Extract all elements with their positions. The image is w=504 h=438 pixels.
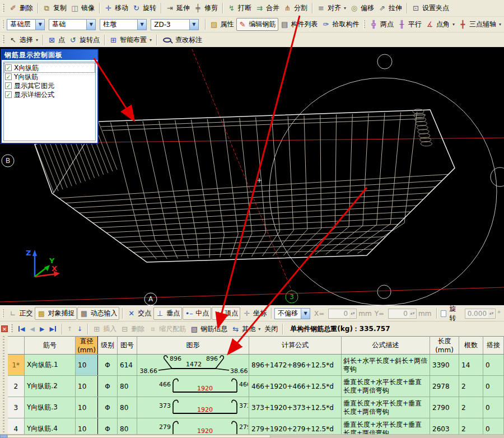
toolbar-grip[interactable]	[2, 20, 4, 29]
checkbox-icon[interactable]: ✓	[5, 82, 12, 89]
rotate-checkbox[interactable]	[441, 310, 446, 317]
button-parallel[interactable]: ╫平行	[396, 18, 423, 30]
cell-lap[interactable]: 0	[483, 355, 504, 376]
cell-figure-number[interactable]: 80	[118, 397, 137, 418]
cell-formula-description[interactable]: 斜长+水平长度+斜长+两倍弯钩	[342, 355, 430, 376]
row-header[interactable]: 4	[8, 418, 25, 435]
cell-formula-description[interactable]: 垂直长度+水平长度+垂直长度+两倍弯钩	[342, 397, 430, 418]
cell-rebar-name[interactable]: Y向纵筋.3	[25, 397, 76, 418]
cell-grade[interactable]: Φ	[98, 355, 118, 376]
nav-next-button[interactable]: ▶	[38, 325, 46, 333]
cell-length[interactable]: 2790	[430, 397, 459, 418]
cell-formula[interactable]: 466+1920+466+12.5*d	[249, 376, 342, 397]
panel-title[interactable]: 钢筋显示控制面板	[2, 50, 97, 60]
cell-formula[interactable]: 279+1920+279+12.5*d	[249, 418, 342, 435]
button-gripset[interactable]: ⊡设置夹点	[410, 2, 451, 14]
combo-arrow-icon[interactable]: ▼	[137, 20, 146, 30]
toolbar-grip[interactable]	[2, 4, 4, 13]
combo-arrow-icon[interactable]: ▼	[35, 20, 44, 30]
cell-length[interactable]: 2603	[430, 418, 459, 435]
floor-combo[interactable]: 基础层▼	[7, 19, 45, 30]
toolbar-grip[interactable]	[11, 324, 13, 333]
cell-count[interactable]: 2	[459, 397, 483, 418]
nav-last-button[interactable]: ▶	[47, 325, 58, 333]
panel-item[interactable]: ✓显示详细公式	[4, 90, 95, 99]
button-info[interactable]: ▧钢筋信息	[188, 323, 229, 335]
panel-item[interactable]: ✓Y向纵筋	[4, 72, 95, 81]
category-combo[interactable]: 基础▼	[49, 19, 96, 30]
cell-lap[interactable]: 0	[483, 397, 504, 418]
element-combo[interactable]: ZD-3▼	[151, 19, 199, 30]
panel-item[interactable]: ✓X向纵筋	[4, 63, 95, 72]
cell-rebar-name[interactable]: Y向纵筋.2	[25, 376, 76, 397]
column-header[interactable]: 图号	[118, 337, 137, 355]
cell-formula-description[interactable]: 垂直长度+水平长度+垂直长度+两倍弯钩	[342, 376, 430, 397]
row-header[interactable]: 2	[8, 376, 25, 397]
x-coordinate-input[interactable]: 0▲▼	[328, 309, 357, 319]
cell-formula[interactable]: 896+1472+896+12.5*d	[249, 355, 342, 376]
button-osnap[interactable]: ▩对象捕捉	[35, 307, 77, 320]
cell-figure-number[interactable]: 80	[118, 376, 137, 397]
button-del2[interactable]: ⊟删除	[119, 323, 146, 335]
nav-prev-button[interactable]: ◀	[27, 325, 36, 333]
column-header[interactable]: 长度(mm)	[430, 337, 459, 355]
cell-count[interactable]: 2	[459, 418, 483, 435]
cell-rebar-name[interactable]: X向纵筋.1	[25, 355, 76, 376]
button-stretch[interactable]: ⇗拉伸	[376, 2, 404, 14]
button-offset[interactable]: ◎偏移	[348, 2, 376, 14]
cell-grade[interactable]: Φ	[98, 397, 118, 418]
button-split[interactable]: ⋔分割	[282, 2, 309, 14]
button-align[interactable]: ≡对齐▾	[315, 2, 348, 14]
button-move[interactable]: ✛移动	[102, 2, 130, 14]
table-row[interactable]: 1*X向纵筋.110Φ61438.6638.668968961472896+14…	[8, 355, 504, 376]
table-row[interactable]: 2Y向纵筋.210Φ804664661920466+1920+466+12.5*…	[8, 376, 504, 397]
toolbar-grip[interactable]	[2, 309, 4, 318]
toolbar-grip[interactable]	[363, 20, 365, 29]
button-dyn[interactable]: ▦动态输入	[77, 307, 119, 320]
button-props[interactable]: ▨属性	[208, 18, 236, 30]
button-picker[interactable]: ✑拾取构件	[320, 18, 361, 30]
button-break[interactable]: ↯打断	[226, 2, 253, 14]
column-header[interactable]: 公式描述	[342, 337, 430, 355]
cell-length[interactable]: 3390	[430, 355, 459, 376]
button-list[interactable]: ▤构件列表	[279, 18, 320, 30]
cell-shape-diagram[interactable]: 2792791920	[137, 418, 249, 435]
button-rotpoint[interactable]: ↺旋转点	[67, 34, 101, 46]
table-row[interactable]: 4Y向纵筋.410Φ802792791920279+1920+279+12.5*…	[8, 418, 504, 435]
button-ortho[interactable]: ∟正交	[7, 307, 34, 319]
button-copy[interactable]: ⧉复制	[41, 2, 68, 14]
rotate-angle-input[interactable]: 0.000▲▼	[465, 309, 496, 319]
column-header[interactable]: 计算公式	[249, 337, 342, 355]
cell-diameter[interactable]: 10	[76, 397, 98, 418]
button-axis3[interactable]: ╋三点辅轴▾	[457, 18, 503, 30]
cell-count[interactable]: 2	[459, 376, 483, 397]
row-up-button[interactable]: ↑	[65, 325, 74, 333]
spinner-icon[interactable]: ▲▼	[409, 310, 416, 318]
cell-count[interactable]: 14	[459, 355, 483, 376]
combo-arrow-icon[interactable]: ▼	[189, 20, 198, 30]
combo-arrow-icon[interactable]: ▼	[86, 20, 95, 30]
button-rotate[interactable]: ↻旋转	[130, 2, 158, 14]
offset-combo[interactable]: 不偏移▼	[274, 308, 310, 319]
button-trim[interactable]: ╪修剪	[192, 2, 220, 14]
button-vert[interactable]: ⌂顶点	[212, 307, 240, 320]
horizontal-scrollbar[interactable]	[0, 434, 504, 438]
scroll-thumb[interactable]	[7, 435, 270, 438]
button-mirror[interactable]: ◫镜像	[69, 2, 96, 14]
button-eraser[interactable]: ✐删除	[7, 2, 35, 14]
cell-shape-diagram[interactable]: 38.6638.668968961472	[137, 355, 249, 376]
column-header[interactable]: 级别	[98, 337, 118, 355]
cell-figure-number[interactable]: 80	[118, 418, 137, 435]
button-pointangle[interactable]: ∡点角▾	[424, 18, 456, 30]
nav-first-button[interactable]: ◀	[16, 325, 27, 333]
button-insert[interactable]: ⊞插入	[91, 323, 118, 335]
checkbox-icon[interactable]: ✓	[5, 73, 12, 80]
cell-grade[interactable]: Φ	[98, 376, 118, 397]
type-combo[interactable]: 柱墩▼	[100, 19, 147, 30]
cell-rebar-name[interactable]: Y向纵筋.4	[25, 418, 76, 435]
cell-formula[interactable]: 373+1920+373+12.5*d	[249, 397, 342, 418]
button-scale[interactable]: ⌗缩尺配筋	[147, 323, 188, 335]
button-cursor[interactable]: ↖选择▾	[7, 34, 40, 46]
cell-diameter[interactable]: 10	[76, 376, 98, 397]
button-button[interactable]: 关闭	[263, 323, 279, 335]
